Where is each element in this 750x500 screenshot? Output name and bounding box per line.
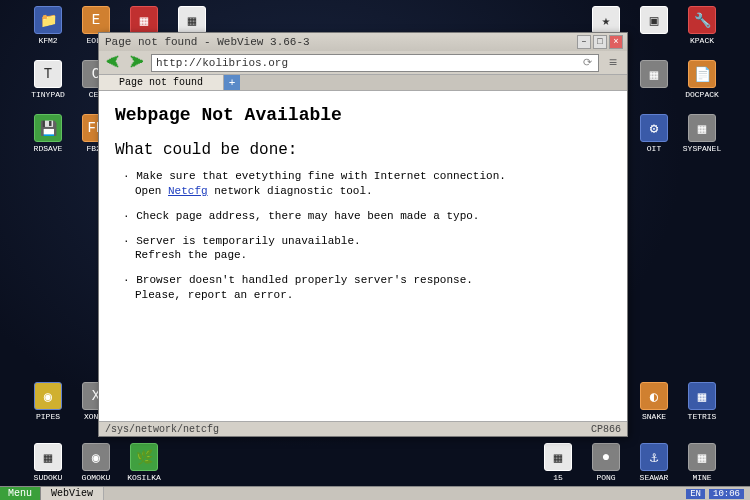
status-path: /sys/network/netcfg: [105, 424, 591, 435]
url-text: http://kolibrios.org: [156, 57, 580, 69]
desktop-icon[interactable]: 🔧KPACK: [686, 6, 718, 45]
tab-active[interactable]: Page not found: [99, 75, 224, 90]
error-heading: Webpage Not Available: [115, 105, 611, 125]
system-tray: EN 10:06: [680, 487, 750, 500]
suggestion-list: Make sure that evetything fine with Inte…: [123, 169, 611, 303]
desktop-icon[interactable]: TTINYPAD: [32, 60, 64, 99]
desktop-icon[interactable]: ▦TETRIS: [686, 382, 718, 430]
tray-clock[interactable]: 10:06: [709, 489, 744, 499]
taskbar: Menu WebView EN 10:06: [0, 486, 750, 500]
desktop-icon[interactable]: ▦15: [542, 443, 574, 482]
desktop-icons-bottom2-left: ▦SUDOKU ◉GOMOKU 🌿KOSILKA: [32, 443, 160, 482]
list-item: Check page address, there may have been …: [123, 209, 611, 224]
back-button[interactable]: ⮜: [103, 53, 123, 73]
desktop-icons-bottom2-right: ▦15 ●PONG ⚓SEAWAR ▦MINE: [542, 443, 718, 482]
error-subheading: What could be done:: [115, 141, 611, 159]
page-content: Webpage Not Available What could be done…: [99, 91, 627, 421]
desktop-icon[interactable]: ▦SUDOKU: [32, 443, 64, 482]
desktop-icon[interactable]: 🌿KOSILKA: [128, 443, 160, 482]
toolbar: ⮜ ⮞ http://kolibrios.org ⟳ ≡: [99, 51, 627, 75]
desktop-icon[interactable]: ◉GOMOKU: [80, 443, 112, 482]
browser-window: Page not found - WebView 3.66-3 – □ × ⮜ …: [98, 32, 628, 437]
tab-bar: Page not found +: [99, 75, 627, 91]
status-bar: /sys/network/netcfg CP866: [99, 421, 627, 436]
close-button[interactable]: ×: [609, 35, 623, 49]
list-item: Server is temporarily unavailable. Refre…: [123, 234, 611, 264]
desktop-icon[interactable]: ⚙OIT: [638, 114, 670, 153]
desktop-icon[interactable]: ●PONG: [590, 443, 622, 482]
list-item: Browser doesn't handled properly server'…: [123, 273, 611, 303]
desktop-icon[interactable]: 📁KFM2: [32, 6, 64, 45]
taskbar-app[interactable]: WebView: [41, 487, 104, 500]
status-encoding: CP866: [591, 424, 621, 435]
desktop-icon[interactable]: ◉PIPES: [32, 382, 64, 430]
forward-button[interactable]: ⮞: [127, 53, 147, 73]
desktop-icon[interactable]: ⚓SEAWAR: [638, 443, 670, 482]
desktop-icon[interactable]: ◐SNAKE: [638, 382, 670, 430]
netcfg-link[interactable]: Netcfg: [168, 185, 208, 197]
tray-lang[interactable]: EN: [686, 489, 705, 499]
desktop: 📁KFM2 EEOLI ▦ ▦ ★ ▣ 🔧KPACK TTINYPAD CCED…: [0, 0, 750, 500]
window-title: Page not found - WebView 3.66-3: [103, 36, 575, 48]
desktop-icon[interactable]: ▦: [638, 60, 670, 99]
titlebar[interactable]: Page not found - WebView 3.66-3 – □ ×: [99, 33, 627, 51]
new-tab-button[interactable]: +: [224, 75, 240, 90]
desktop-icon[interactable]: ▦MINE: [686, 443, 718, 482]
desktop-icon[interactable]: ▣: [638, 6, 670, 45]
desktop-icon[interactable]: 💾RDSAVE: [32, 114, 64, 153]
maximize-button[interactable]: □: [593, 35, 607, 49]
refresh-icon[interactable]: ⟳: [580, 56, 594, 69]
menu-icon[interactable]: ≡: [603, 55, 623, 71]
desktop-icon[interactable]: 📄DOCPACK: [686, 60, 718, 99]
start-menu-button[interactable]: Menu: [0, 487, 41, 500]
desktop-icons-row2-right: ▦ 📄DOCPACK: [638, 60, 718, 99]
desktop-icon[interactable]: ▦SYSPANEL: [686, 114, 718, 153]
list-item: Make sure that evetything fine with Inte…: [123, 169, 611, 199]
minimize-button[interactable]: –: [577, 35, 591, 49]
desktop-icons-row3-right: ⚙OIT ▦SYSPANEL: [638, 114, 718, 153]
url-input[interactable]: http://kolibrios.org ⟳: [151, 54, 599, 72]
